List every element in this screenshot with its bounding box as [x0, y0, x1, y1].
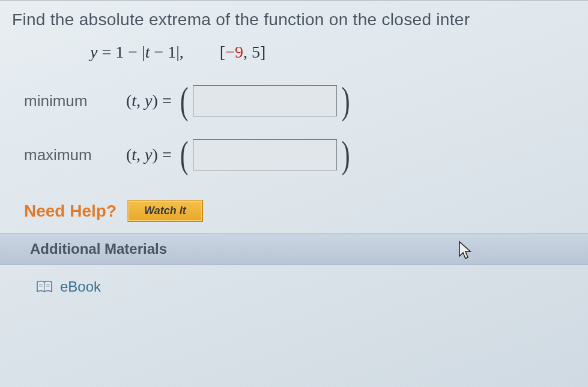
eq-rhs-part2: − 1|,	[150, 43, 183, 61]
question-prompt: Find the absolute extrema of the functio…	[0, 5, 588, 32]
book-icon	[36, 280, 53, 293]
interval-open: [	[220, 43, 225, 61]
maximum-label: maximum	[24, 146, 126, 164]
cursor-icon	[457, 241, 474, 266]
equation: y = 1 − |t − 1|,[−9, 5]	[0, 32, 588, 68]
paren-close-icon: )	[342, 139, 350, 170]
ebook-link[interactable]: eBook	[60, 278, 101, 295]
eq-lhs: y	[90, 43, 97, 61]
minimum-row: minimum (t, y) = ( )	[24, 74, 588, 128]
eq-rhs-part1: 1 − |	[115, 43, 145, 61]
maximum-row: maximum (t, y) = ( )	[24, 128, 588, 182]
additional-materials-header: Additional Materials	[0, 233, 588, 265]
paren-open-icon: (	[180, 85, 188, 116]
minimum-input[interactable]	[193, 85, 337, 116]
minimum-ty-label: (t, y) =	[126, 91, 172, 110]
eq-sign: =	[97, 43, 115, 61]
paren-open-icon: (	[180, 139, 188, 170]
interval-neg9: −9	[225, 43, 243, 61]
watch-it-button[interactable]: Watch It	[127, 200, 203, 222]
maximum-ty-label: (t, y) =	[126, 145, 172, 164]
paren-close-icon: )	[342, 85, 350, 116]
minimum-label: minimum	[24, 92, 126, 110]
need-help-label: Need Help?	[24, 202, 117, 221]
interval-rest: , 5]	[243, 43, 265, 61]
additional-materials-title: Additional Materials	[30, 241, 167, 257]
maximum-input[interactable]	[193, 139, 337, 170]
